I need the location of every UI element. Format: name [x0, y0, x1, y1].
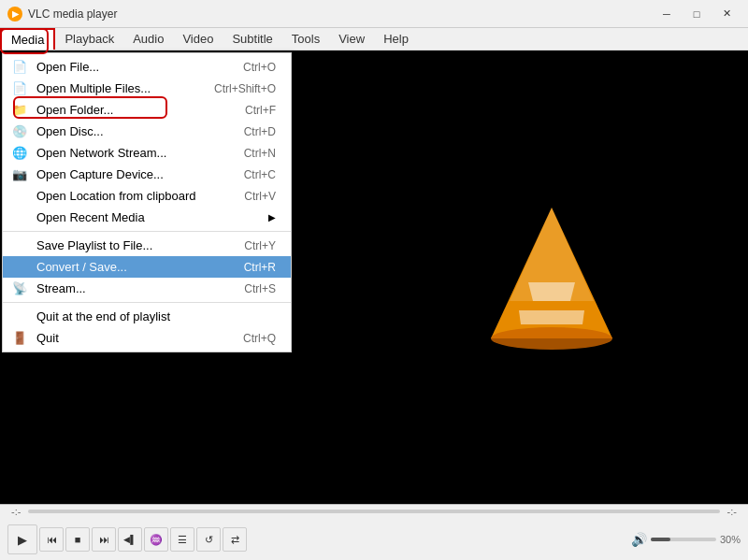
- menu-open-multiple[interactable]: 📄 Open Multiple Files... Ctrl+Shift+O: [3, 78, 291, 99]
- open-multiple-icon: 📄: [10, 79, 29, 98]
- svg-marker-4: [519, 310, 584, 324]
- progress-track[interactable]: [28, 510, 719, 513]
- app-icon: ▶: [7, 7, 22, 22]
- bottom-bar: -:- -:- ▶ ⏮ ■ ⏭ ◀▌ ♒ ☰ ↺ ⇄ 🔊 30%: [0, 504, 748, 560]
- window-title: VLC media player: [28, 7, 653, 21]
- next-button[interactable]: ⏭: [92, 527, 116, 552]
- menu-open-disc[interactable]: 💿 Open Disc... Ctrl+D: [3, 121, 291, 142]
- quit-icon: 🚪: [10, 329, 29, 348]
- vlc-cone-logo: [482, 198, 622, 357]
- menu-quit-end[interactable]: Quit at the end of playlist: [3, 306, 291, 327]
- svg-point-2: [491, 327, 612, 350]
- stop-button[interactable]: ■: [65, 527, 90, 552]
- time-remaining: -:-: [724, 504, 741, 519]
- menubar: Media 📄 Open File... Ctrl+O 📄 Open Multi…: [0, 28, 748, 50]
- submenu-arrow: ▶: [268, 212, 276, 223]
- volume-icon: 🔊: [631, 532, 647, 547]
- disc-icon: 💿: [10, 122, 29, 141]
- menu-playback[interactable]: Playback: [55, 28, 123, 50]
- menu-open-capture[interactable]: 📷 Open Capture Device... Ctrl+C: [3, 164, 291, 185]
- eq-button[interactable]: ♒: [144, 527, 168, 552]
- prev-button[interactable]: ⏮: [39, 527, 64, 552]
- progress-container: -:- -:-: [0, 505, 748, 518]
- menu-open-network[interactable]: 🌐 Open Network Stream... Ctrl+N: [3, 142, 291, 164]
- time-elapsed: -:-: [7, 504, 24, 519]
- separator-1: [3, 231, 291, 232]
- volume-slider[interactable]: [651, 538, 716, 541]
- controls-row: ▶ ⏮ ■ ⏭ ◀▌ ♒ ☰ ↺ ⇄ 🔊 30%: [0, 518, 748, 560]
- shuffle-button[interactable]: ⇄: [223, 527, 247, 552]
- maximize-button[interactable]: □: [683, 5, 711, 23]
- volume-fill: [651, 538, 670, 541]
- menu-open-clipboard[interactable]: Open Location from clipboard Ctrl+V: [3, 185, 291, 207]
- play-button[interactable]: ▶: [7, 524, 37, 554]
- svg-marker-3: [528, 282, 575, 301]
- menu-open-folder[interactable]: 📁 Open Folder... Ctrl+F: [3, 99, 291, 121]
- capture-icon: 📷: [10, 165, 29, 184]
- open-file-icon: 📄: [10, 58, 29, 77]
- network-icon: 🌐: [10, 144, 29, 163]
- menu-quit[interactable]: 🚪 Quit Ctrl+Q: [3, 327, 291, 349]
- close-button[interactable]: ✕: [712, 5, 741, 23]
- minimize-button[interactable]: ─: [653, 5, 681, 23]
- stream-icon: 📡: [10, 280, 29, 298]
- menu-audio[interactable]: Audio: [123, 28, 173, 50]
- menu-recent-media[interactable]: Open Recent Media ▶: [3, 207, 291, 228]
- frame-prev-button[interactable]: ◀▌: [118, 527, 142, 552]
- menu-media[interactable]: Media 📄 Open File... Ctrl+O 📄 Open Multi…: [0, 28, 55, 50]
- titlebar: ▶ VLC media player ─ □ ✕: [0, 0, 748, 28]
- menu-tools[interactable]: Tools: [282, 28, 329, 50]
- video-area: [355, 50, 748, 504]
- menu-stream[interactable]: 📡 Stream... Ctrl+S: [3, 278, 291, 299]
- menu-help[interactable]: Help: [374, 28, 418, 50]
- window-controls: ─ □ ✕: [653, 5, 741, 23]
- media-dropdown: 📄 Open File... Ctrl+O 📄 Open Multiple Fi…: [2, 52, 292, 352]
- menu-save-playlist[interactable]: Save Playlist to File... Ctrl+Y: [3, 235, 291, 256]
- folder-icon: 📁: [10, 101, 29, 120]
- menu-convert-save[interactable]: Convert / Save... Ctrl+R: [3, 256, 291, 278]
- menu-view[interactable]: View: [329, 28, 374, 50]
- volume-label: 30%: [720, 534, 741, 545]
- volume-control: 🔊 30%: [631, 532, 741, 547]
- loop-button[interactable]: ↺: [196, 527, 221, 552]
- separator-2: [3, 302, 291, 303]
- menu-video[interactable]: Video: [173, 28, 223, 50]
- menu-subtitle[interactable]: Subtitle: [223, 28, 281, 50]
- playlist-button[interactable]: ☰: [170, 527, 194, 552]
- menu-open-file[interactable]: 📄 Open File... Ctrl+O: [3, 56, 291, 78]
